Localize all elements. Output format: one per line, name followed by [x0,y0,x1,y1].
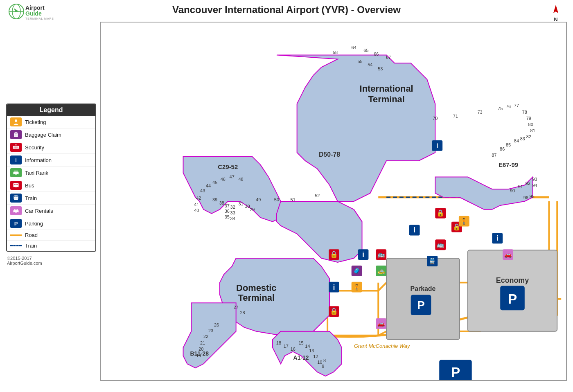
svg-text:17: 17 [284,344,289,349]
svg-text:92: 92 [526,181,530,186]
svg-text:52: 52 [315,193,320,198]
svg-text:P: P [451,364,460,380]
information-icon: i [10,155,22,164]
ticketing-label: Ticketing [25,119,46,125]
svg-text:42: 42 [196,196,201,201]
legend-box: Legend Ticketing [6,104,96,252]
logo: Airport Guide TERMINAL MAPS [8,3,61,21]
svg-text:48: 48 [238,177,243,182]
svg-text:🔒: 🔒 [436,209,444,217]
svg-text:70: 70 [433,116,438,121]
svg-text:9: 9 [322,364,324,369]
legend-item-security: Security [7,141,95,154]
svg-point-45 [14,212,15,214]
svg-text:91: 91 [518,184,523,189]
svg-text:🚌: 🚌 [377,251,385,258]
svg-text:93: 93 [532,177,537,182]
svg-text:14: 14 [305,344,310,349]
svg-text:8: 8 [323,358,326,363]
svg-text:37: 37 [225,203,230,208]
svg-text:45: 45 [212,180,217,185]
svg-text:🧍: 🧍 [460,218,468,225]
svg-point-32 [14,187,15,189]
svg-rect-28 [13,183,19,187]
svg-text:35: 35 [225,214,230,219]
svg-text:51: 51 [291,197,296,202]
taxi-icon [10,168,22,177]
svg-text:i: i [333,283,335,291]
baggage-icon [10,130,22,139]
ticketing-icon [10,117,22,126]
svg-text:64: 64 [352,45,356,50]
svg-text:🚕: 🚕 [377,267,385,275]
svg-point-20 [15,144,17,146]
svg-rect-30 [14,184,16,185]
svg-text:21: 21 [200,340,205,345]
svg-text:86: 86 [500,146,505,151]
security-label: Security [25,144,44,151]
train-line-sample [10,245,22,246]
svg-text:TERMINAL MAPS: TERMINAL MAPS [25,17,54,20]
svg-point-16 [17,137,18,137]
svg-text:A1-12: A1-12 [293,354,309,361]
svg-point-10 [15,119,17,122]
page-header: Airport Guide TERMINAL MAPS Vancouver In… [0,0,573,20]
svg-point-33 [17,187,18,189]
parking-icon: P [10,219,22,228]
svg-text:36: 36 [225,209,230,214]
legend-item-ticketing: Ticketing [7,116,95,128]
legend-item-road: Road [7,230,95,241]
svg-text:81: 81 [530,128,535,133]
svg-text:49: 49 [256,197,261,202]
taxi-label: Taxi Rank [25,170,48,176]
svg-text:Guide: Guide [25,10,42,17]
svg-text:87: 87 [492,153,496,158]
svg-text:40: 40 [194,208,199,213]
svg-text:84: 84 [514,138,519,143]
svg-text:77: 77 [514,103,519,108]
svg-text:🚗: 🚗 [504,251,512,258]
svg-text:19: 19 [196,353,201,358]
svg-rect-31 [16,184,18,185]
security-icon [10,143,22,152]
svg-text:26: 26 [214,322,219,327]
road-line-sample [10,234,22,236]
svg-text:🚗: 🚗 [377,320,385,327]
copyright: ©2015-2017AirportGuide.com [6,256,96,266]
svg-text:54: 54 [368,62,372,67]
svg-text:🧳: 🧳 [353,267,361,275]
parking-label: Parking [25,221,43,227]
svg-text:76: 76 [506,104,511,109]
svg-text:i: i [15,157,17,163]
svg-text:Terminal: Terminal [368,94,404,104]
svg-text:65: 65 [363,48,368,53]
airport-map-svg: N Service Rd Grant McConachie Way Miller… [101,23,566,380]
svg-text:International: International [360,83,413,94]
legend-item-taxi: Taxi Rank [7,167,95,179]
svg-text:50: 50 [274,197,279,202]
svg-text:🚆: 🚆 [429,257,436,265]
svg-text:23: 23 [208,328,213,333]
map-area: N Service Rd Grant McConachie Way Miller… [100,22,567,381]
svg-text:67: 67 [386,55,391,60]
svg-text:18: 18 [276,340,281,345]
svg-text:P: P [14,221,18,227]
car-rentals-label: Car Rentals [25,208,53,214]
page-title: Vancouver International Airport (YVR) - … [172,4,401,16]
svg-text:Economy: Economy [496,276,529,284]
svg-text:83: 83 [520,136,525,141]
svg-text:28: 28 [240,310,245,315]
legend-title: Legend [7,104,95,116]
main-content: Legend Ticketing [0,20,573,383]
svg-text:44: 44 [206,183,211,188]
train-line-label: Train [25,243,37,249]
svg-text:22: 22 [203,334,208,339]
svg-text:Grant McConachie Way: Grant McConachie Way [354,343,411,349]
legend-panel: Legend Ticketing [6,22,96,381]
svg-text:78: 78 [522,110,527,115]
train-icon [10,194,22,203]
svg-text:🔒: 🔒 [330,307,338,315]
svg-text:Parkade: Parkade [411,285,436,292]
svg-rect-36 [14,196,16,197]
svg-rect-37 [16,196,18,197]
